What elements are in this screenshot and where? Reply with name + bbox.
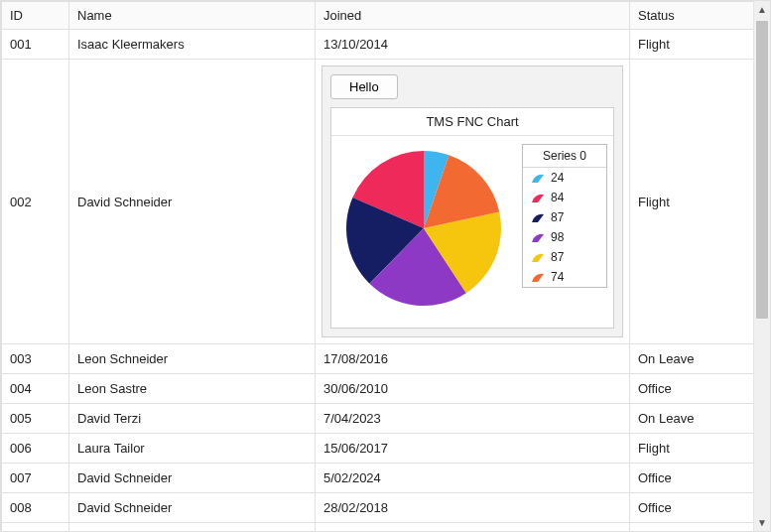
- cell-joined: 30/06/2010: [316, 374, 630, 404]
- cell-name: Leon Tailor: [69, 523, 316, 532]
- col-header-name[interactable]: Name: [69, 2, 316, 30]
- table-row[interactable]: 009Leon Tailor13/03/2010Abroad: [2, 523, 754, 532]
- cell-joined: 13/03/2010: [316, 523, 630, 532]
- cell-id: 002: [2, 60, 69, 344]
- cell-id: 006: [2, 434, 69, 464]
- legend-swatch-icon: [531, 271, 545, 283]
- cell-id: 004: [2, 374, 69, 404]
- cell-joined: 17/08/2016: [316, 344, 630, 374]
- table-row[interactable]: 002David SchneiderHelloTMS FNC ChartSeri…: [2, 60, 754, 344]
- table: ID Name Joined Status 001Isaac Kleermake…: [1, 1, 753, 531]
- cell-status: On Leave: [630, 404, 754, 434]
- cell-joined: HelloTMS FNC ChartSeries 0248487988774: [316, 60, 630, 344]
- cell-joined: 5/02/2024: [316, 464, 630, 493]
- table-row[interactable]: 004Leon Sastre30/06/2010Office: [2, 374, 754, 404]
- col-header-status[interactable]: Status: [630, 2, 754, 30]
- legend-value: 74: [551, 270, 564, 284]
- cell-name: David Schneider: [69, 60, 316, 344]
- cell-status: Office: [630, 493, 754, 523]
- cell-name: David Terzi: [69, 404, 316, 434]
- scroll-down-icon[interactable]: ▼: [754, 514, 770, 531]
- table-row[interactable]: 005David Terzi7/04/2023On Leave: [2, 404, 754, 434]
- scroll-up-icon[interactable]: ▲: [754, 1, 770, 18]
- vertical-scrollbar[interactable]: ▲ ▼: [753, 1, 770, 531]
- cell-id: 001: [2, 30, 69, 60]
- table-row[interactable]: 003Leon Schneider17/08/2016On Leave: [2, 344, 754, 374]
- legend-swatch-icon: [531, 211, 545, 223]
- legend-value: 87: [551, 250, 564, 264]
- col-header-id[interactable]: ID: [2, 2, 69, 30]
- cell-id: 009: [2, 523, 69, 532]
- cell-joined: 28/02/2018: [316, 493, 630, 523]
- cell-status: Office: [630, 464, 754, 493]
- cell-joined: 7/04/2023: [316, 404, 630, 434]
- col-header-joined[interactable]: Joined: [316, 2, 630, 30]
- cell-status: Office: [630, 374, 754, 404]
- legend-title: Series 0: [523, 145, 606, 168]
- cell-status: Flight: [630, 434, 754, 464]
- legend-value: 24: [551, 171, 564, 185]
- table-row[interactable]: 007David Schneider5/02/2024Office: [2, 464, 754, 493]
- legend-item: 87: [523, 247, 606, 267]
- cell-name: Leon Sastre: [69, 374, 316, 404]
- cell-name: Leon Schneider: [69, 344, 316, 374]
- legend-value: 98: [551, 230, 564, 244]
- chart-legend: Series 0248487988774: [522, 144, 607, 288]
- cell-status: Flight: [630, 30, 754, 60]
- cell-name: David Schneider: [69, 464, 316, 493]
- chart-body: Series 0248487988774: [331, 136, 613, 328]
- cell-joined: 13/10/2014: [316, 30, 630, 60]
- legend-value: 87: [551, 210, 564, 224]
- chart-panel: HelloTMS FNC ChartSeries 0248487988774: [321, 66, 623, 337]
- hello-button[interactable]: Hello: [330, 74, 398, 99]
- cell-joined: 15/06/2017: [316, 434, 630, 464]
- scroll-thumb[interactable]: [756, 21, 768, 319]
- pie-chart: [339, 144, 508, 316]
- legend-swatch-icon: [531, 172, 545, 184]
- data-grid[interactable]: ID Name Joined Status 001Isaac Kleermake…: [1, 1, 753, 531]
- table-row[interactable]: 006Laura Tailor15/06/2017Flight: [2, 434, 754, 464]
- cell-id: 005: [2, 404, 69, 434]
- cell-id: 008: [2, 493, 69, 523]
- chart-title: TMS FNC Chart: [331, 108, 613, 136]
- legend-item: 98: [523, 227, 606, 247]
- legend-item: 84: [523, 188, 606, 207]
- cell-status: Flight: [630, 60, 754, 344]
- legend-swatch-icon: [531, 192, 545, 203]
- table-row[interactable]: 008David Schneider28/02/2018Office: [2, 493, 754, 523]
- legend-item: 74: [523, 267, 606, 287]
- cell-id: 003: [2, 344, 69, 374]
- legend-value: 84: [551, 191, 564, 204]
- app-window: ID Name Joined Status 001Isaac Kleermake…: [0, 0, 771, 532]
- cell-status: On Leave: [630, 344, 754, 374]
- legend-item: 87: [523, 207, 606, 227]
- cell-id: 007: [2, 464, 69, 493]
- cell-name: Isaac Kleermakers: [69, 30, 316, 60]
- legend-swatch-icon: [531, 231, 545, 243]
- header-row: ID Name Joined Status: [2, 2, 754, 30]
- cell-name: Laura Tailor: [69, 434, 316, 464]
- legend-item: 24: [523, 168, 606, 188]
- chart-container: TMS FNC ChartSeries 0248487988774: [330, 107, 614, 329]
- cell-name: David Schneider: [69, 493, 316, 523]
- table-row[interactable]: 001Isaac Kleermakers13/10/2014Flight: [2, 30, 754, 60]
- cell-status: Abroad: [630, 523, 754, 532]
- legend-swatch-icon: [531, 251, 545, 263]
